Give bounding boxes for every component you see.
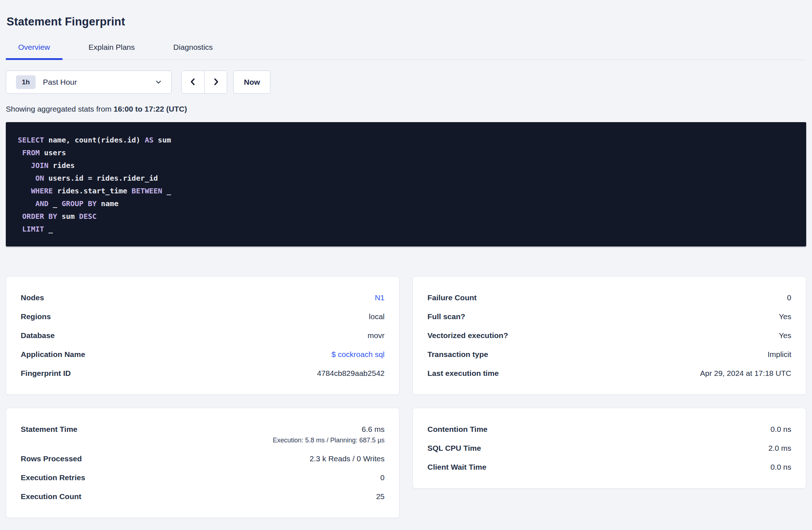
row-value-block: Apr 29, 2024 at 17:18 UTC xyxy=(700,369,791,378)
row-label: Statement Time xyxy=(21,425,77,434)
row-value: 2.3 k Reads / 0 Writes xyxy=(310,454,385,463)
row-label: Failure Count xyxy=(427,293,477,302)
sql-line: JOIN rides xyxy=(18,159,794,172)
stats-caption-range: 16:00 to 17:22 (UTC) xyxy=(114,105,187,113)
row-label: Nodes xyxy=(21,293,44,302)
execution-attributes-card: Failure Count0Full scan?YesVectorized ex… xyxy=(413,276,806,395)
row-label: Execution Count xyxy=(21,492,81,501)
card-row: Regionslocal xyxy=(21,312,385,321)
row-value-block: 4784cb829aab2542 xyxy=(317,369,385,378)
card-row: Statement Time6.6 msExecution: 5.8 ms / … xyxy=(21,425,385,444)
time-range-badge: 1h xyxy=(16,75,36,89)
row-value: Yes xyxy=(779,331,791,340)
row-label: SQL CPU Time xyxy=(427,444,481,453)
tab-diagnostics[interactable]: Diagnostics xyxy=(161,38,225,60)
card-row: Fingerprint ID4784cb829aab2542 xyxy=(21,369,385,378)
row-value-block: 2.3 k Reads / 0 Writes xyxy=(310,454,385,463)
chevron-left-icon xyxy=(188,77,198,88)
card-row: Execution Retries0 xyxy=(21,473,385,482)
row-label: Contention Time xyxy=(427,425,487,434)
row-value: local xyxy=(369,312,385,321)
tab-bar: OverviewExplain PlansDiagnostics xyxy=(6,38,806,60)
sql-line: AND _ GROUP BY name xyxy=(18,197,794,210)
chevron-right-icon xyxy=(211,77,221,88)
row-value: Yes xyxy=(779,312,791,321)
row-value: movr xyxy=(367,331,385,340)
sql-line: FROM users xyxy=(18,146,794,159)
now-button[interactable]: Now xyxy=(233,71,270,94)
card-row: Execution Count25 xyxy=(21,492,385,501)
statement-timing-card: Statement Time6.6 msExecution: 5.8 ms / … xyxy=(6,408,399,518)
chevron-down-icon xyxy=(154,78,162,86)
card-row: Full scan?Yes xyxy=(427,312,791,321)
stats-caption: Showing aggregated stats from 16:00 to 1… xyxy=(6,105,806,113)
card-row: Last execution timeApr 29, 2024 at 17:18… xyxy=(427,369,791,378)
card-row: NodesN1 xyxy=(21,293,385,302)
row-value: 0 xyxy=(787,293,791,302)
row-label: Last execution time xyxy=(427,369,499,378)
row-value-block: local xyxy=(369,312,385,321)
card-row: Application Name$ cockroach sql xyxy=(21,350,385,359)
cards-grid: NodesN1RegionslocalDatabasemovrApplicati… xyxy=(6,276,806,518)
row-value: 0.0 ns xyxy=(771,463,791,471)
row-value-block: Yes xyxy=(779,331,791,340)
row-label: Rows Processed xyxy=(21,454,82,463)
row-value-block: N1 xyxy=(375,293,385,302)
row-value-block: 6.6 msExecution: 5.8 ms / Planning: 687.… xyxy=(273,425,385,444)
row-value: Implicit xyxy=(768,350,791,359)
row-value: 2.0 ms xyxy=(768,444,791,453)
row-subvalue: Execution: 5.8 ms / Planning: 687.5 µs xyxy=(273,437,385,444)
row-value-link[interactable]: $ cockroach sql xyxy=(331,350,385,359)
row-value-block: 0.0 ns xyxy=(771,425,791,434)
row-label: Client Wait Time xyxy=(427,463,486,471)
card-row: Databasemovr xyxy=(21,331,385,340)
row-value-block: $ cockroach sql xyxy=(331,350,385,359)
time-interval-pager xyxy=(181,71,227,94)
sql-line: WHERE rides.start_time BETWEEN _ xyxy=(18,185,794,197)
sql-line: LIMIT _ xyxy=(18,223,794,236)
row-value: 25 xyxy=(376,492,385,501)
row-value-block: Yes xyxy=(779,312,791,321)
card-row: Failure Count0 xyxy=(427,293,791,302)
row-value: 4784cb829aab2542 xyxy=(317,369,385,378)
row-value-block: Implicit xyxy=(768,350,791,359)
row-value-link[interactable]: N1 xyxy=(375,293,385,302)
tab-overview[interactable]: Overview xyxy=(6,38,63,60)
statement-sql-box: SELECT name, count(rides.id) AS sum FROM… xyxy=(6,122,806,246)
card-row: Vectorized execution?Yes xyxy=(427,331,791,340)
row-value-block: 0 xyxy=(380,473,385,482)
sql-line: SELECT name, count(rides.id) AS sum xyxy=(18,134,794,146)
row-label: Database xyxy=(21,331,55,340)
sql-line: ON users.id = rides.rider_id xyxy=(18,172,794,185)
row-value: Apr 29, 2024 at 17:18 UTC xyxy=(700,369,791,378)
row-value-block: movr xyxy=(367,331,385,340)
card-row: Rows Processed2.3 k Reads / 0 Writes xyxy=(21,454,385,463)
row-value-block: 0 xyxy=(787,293,791,302)
row-value: 6.6 ms xyxy=(273,425,385,434)
page-content: Statement Fingerprint OverviewExplain Pl… xyxy=(0,15,812,518)
row-value: 0.0 ns xyxy=(771,425,791,434)
row-label: Application Name xyxy=(21,350,85,359)
sql-line: ORDER BY sum DESC xyxy=(18,210,794,223)
page-title: Statement Fingerprint xyxy=(7,15,805,28)
time-picker-row: 1h Past Hour Now xyxy=(6,71,806,94)
row-label: Transaction type xyxy=(427,350,488,359)
row-value-block: 0.0 ns xyxy=(771,463,791,471)
row-label: Vectorized execution? xyxy=(427,331,508,340)
time-range-dropdown[interactable]: 1h Past Hour xyxy=(6,71,172,94)
row-label: Regions xyxy=(21,312,51,321)
row-label: Fingerprint ID xyxy=(21,369,71,378)
statement-details-card: NodesN1RegionslocalDatabasemovrApplicati… xyxy=(6,276,399,395)
card-row: Transaction typeImplicit xyxy=(427,350,791,359)
previous-interval-button[interactable] xyxy=(182,71,204,93)
time-range-label: Past Hour xyxy=(43,78,77,87)
row-value-block: 25 xyxy=(376,492,385,501)
next-interval-button[interactable] xyxy=(204,71,227,93)
card-row: SQL CPU Time2.0 ms xyxy=(427,444,791,453)
row-label: Execution Retries xyxy=(21,473,85,482)
row-value-block: 2.0 ms xyxy=(768,444,791,453)
contention-timing-card: Contention Time0.0 nsSQL CPU Time2.0 msC… xyxy=(413,408,806,489)
card-row: Client Wait Time0.0 ns xyxy=(427,463,791,471)
tab-explain-plans[interactable]: Explain Plans xyxy=(76,38,147,60)
stats-caption-prefix: Showing aggregated stats from xyxy=(6,105,114,113)
